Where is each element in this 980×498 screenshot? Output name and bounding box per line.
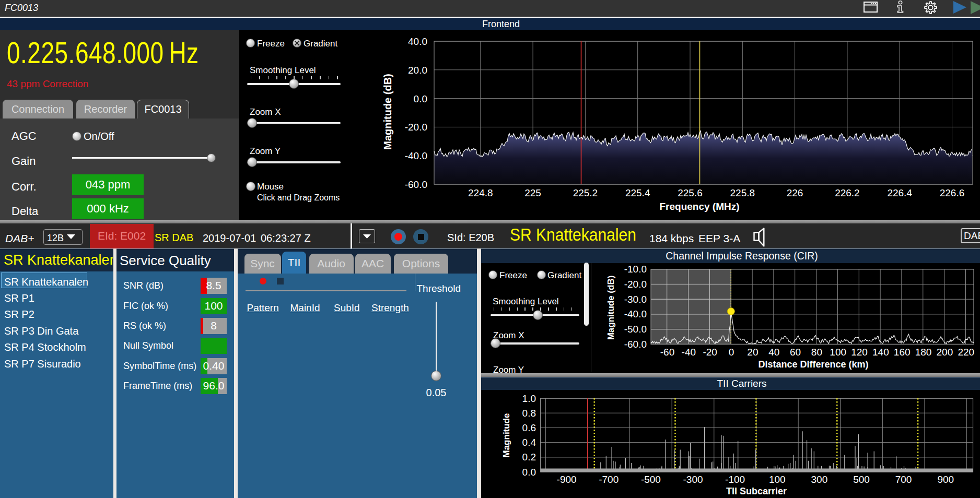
svg-text:220: 220 [958, 347, 974, 358]
svg-text:0: 0 [729, 347, 734, 358]
svg-text:0.8: 0.8 [522, 408, 536, 419]
svg-text:-300: -300 [683, 474, 703, 485]
svg-text:-60: -60 [660, 347, 674, 358]
svg-text:Distance Difference (km): Distance Difference (km) [758, 359, 868, 370]
svg-text:226: 226 [787, 187, 803, 198]
svg-text:Frequency (MHz): Frequency (MHz) [659, 201, 739, 212]
svg-text:-50.0: -50.0 [624, 324, 647, 335]
svg-text:-40.0: -40.0 [624, 309, 647, 319]
svg-text:225: 225 [524, 187, 541, 198]
svg-text:-60.0: -60.0 [405, 179, 427, 190]
svg-text:225.8: 225.8 [730, 187, 755, 198]
svg-text:-20.0: -20.0 [405, 122, 427, 133]
svg-text:225.4: 225.4 [625, 187, 650, 198]
svg-text:300: 300 [811, 474, 828, 485]
svg-text:120: 120 [851, 347, 868, 358]
svg-text:140: 140 [872, 347, 889, 358]
svg-text:100: 100 [769, 474, 786, 485]
svg-text:0.4: 0.4 [522, 437, 536, 448]
svg-text:224.8: 224.8 [468, 187, 493, 198]
svg-text:0.0: 0.0 [414, 93, 427, 104]
svg-text:-10.0: -10.0 [624, 264, 647, 275]
svg-text:900: 900 [937, 474, 954, 485]
svg-text:226.6: 226.6 [940, 187, 965, 198]
svg-text:700: 700 [895, 474, 912, 485]
svg-text:60: 60 [790, 347, 801, 358]
svg-text:20.0: 20.0 [408, 65, 427, 76]
svg-text:Magnitude (dB): Magnitude (dB) [606, 276, 616, 340]
svg-text:-20.0: -20.0 [624, 279, 647, 290]
svg-text:0.2: 0.2 [522, 452, 536, 463]
svg-text:180: 180 [915, 347, 932, 358]
svg-text:-100: -100 [725, 474, 745, 485]
svg-text:226.2: 226.2 [835, 187, 860, 198]
svg-text:225.2: 225.2 [573, 187, 598, 198]
svg-text:225.6: 225.6 [678, 187, 703, 198]
svg-text:-500: -500 [641, 474, 661, 485]
svg-text:-40: -40 [682, 347, 696, 358]
svg-text:226.4: 226.4 [887, 187, 912, 198]
svg-text:-20: -20 [703, 347, 717, 358]
svg-text:-900: -900 [557, 474, 577, 485]
svg-text:40: 40 [768, 347, 779, 358]
svg-text:80: 80 [811, 347, 822, 358]
svg-text:100: 100 [830, 347, 846, 358]
svg-text:0.0: 0.0 [522, 467, 536, 478]
svg-text:Magnitude (dB): Magnitude (dB) [382, 74, 393, 150]
svg-text:-60.0: -60.0 [624, 339, 647, 350]
svg-text:-30.0: -30.0 [624, 294, 647, 305]
svg-text:1.0: 1.0 [522, 393, 536, 404]
svg-text:20: 20 [747, 347, 758, 358]
svg-text:160: 160 [894, 347, 911, 358]
svg-text:TII Subcarrier: TII Subcarrier [726, 486, 787, 496]
svg-text:40.0: 40.0 [408, 36, 427, 47]
svg-text:-700: -700 [599, 474, 619, 485]
svg-text:Magnitude: Magnitude [501, 413, 511, 458]
svg-text:200: 200 [937, 347, 953, 358]
svg-text:0.6: 0.6 [522, 422, 536, 433]
svg-text:-40.0: -40.0 [405, 150, 427, 161]
svg-text:500: 500 [853, 474, 870, 485]
